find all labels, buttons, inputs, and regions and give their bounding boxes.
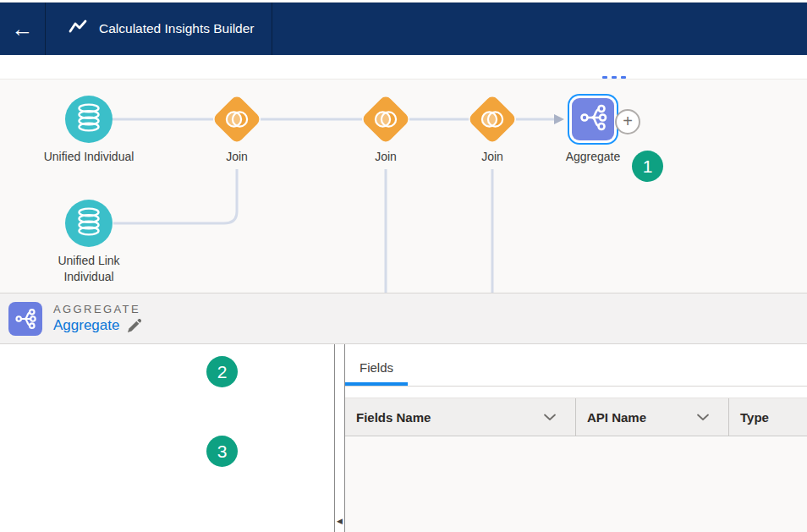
pipeline-canvas[interactable]: Unified Individual Join Join: [0, 79, 807, 293]
collapse-arrow-icon: ◀: [337, 517, 343, 525]
annotation-badge-2: 2: [206, 356, 238, 387]
node-unified-individual[interactable]: Unified Individual: [30, 96, 148, 165]
tab-bottom-border: [345, 386, 807, 387]
node-label: Unified Individual: [30, 149, 148, 165]
node-label: Join: [178, 149, 296, 165]
panel-divider: [334, 344, 335, 532]
annotation-badge-3: 3: [206, 436, 238, 467]
join-venn-icon: [362, 96, 409, 143]
chevron-down-icon[interactable]: [543, 414, 557, 421]
join-venn-icon: [213, 96, 261, 143]
chevron-down-icon[interactable]: [696, 414, 710, 421]
app-title-tab: Calculated Insights Builder: [46, 3, 272, 55]
fields-panel: Fields Fields Name API Name Type: [345, 344, 807, 532]
node-detail-header: AGGREGATE Aggregate: [0, 293, 807, 344]
selected-node-ring: [569, 96, 617, 143]
database-icon: [77, 207, 101, 239]
tab-fields[interactable]: Fields: [360, 360, 393, 375]
back-arrow-icon: ←: [12, 16, 34, 42]
aggregate-panel-icon: [8, 302, 42, 336]
column-header-fields-name[interactable]: Fields Name: [345, 398, 575, 436]
node-name-text: Aggregate: [53, 317, 119, 334]
back-button[interactable]: ←: [0, 3, 46, 55]
annotation-badge-1: 1: [632, 151, 663, 182]
aggregate-icon: [578, 102, 608, 136]
node-join-2[interactable]: Join: [327, 96, 445, 165]
node-type-label: AGGREGATE: [53, 303, 141, 315]
node-join-1[interactable]: Join: [178, 96, 296, 165]
database-icon: [77, 103, 101, 135]
pencil-icon: [127, 319, 141, 333]
aggregate-config-panel: MEASURES + DIMENSIONS +: [0, 344, 334, 532]
node-label: Unified Link Individual: [30, 253, 148, 285]
join-venn-icon: [469, 96, 516, 143]
plus-icon: +: [623, 112, 633, 130]
add-node-button[interactable]: +: [615, 109, 640, 134]
node-unified-link-individual[interactable]: Unified Link Individual: [30, 200, 148, 285]
edit-name-button[interactable]: [127, 319, 141, 333]
app-header: ← Calculated Insights Builder: [0, 3, 807, 55]
insights-icon: [68, 19, 88, 39]
node-label: Join: [327, 149, 445, 165]
fields-table-body: [345, 437, 807, 532]
column-header-type[interactable]: Type: [728, 398, 807, 436]
column-header-api-name[interactable]: API Name: [575, 398, 728, 436]
fields-table-header: Fields Name API Name Type: [345, 398, 807, 436]
page-title: Calculated Insights Builder: [99, 21, 255, 36]
collapse-panel-button[interactable]: ◀: [334, 517, 345, 525]
